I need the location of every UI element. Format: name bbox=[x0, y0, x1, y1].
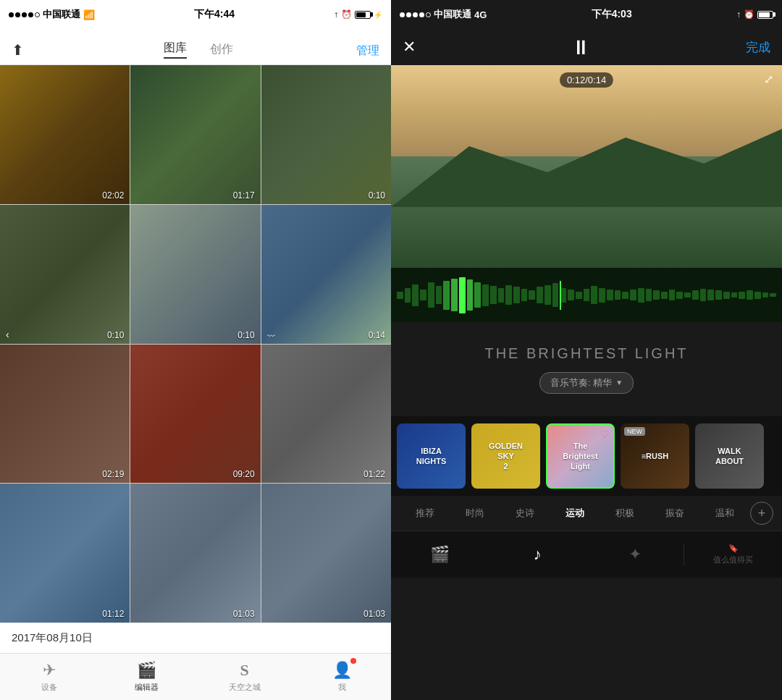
tab-manage[interactable]: 管理 bbox=[356, 43, 379, 59]
tab-editor-label: 编辑器 bbox=[135, 682, 159, 693]
rtab-effects[interactable]: ✦ bbox=[586, 545, 684, 564]
video-thumb-4[interactable]: ‹ 0:10 bbox=[0, 205, 130, 344]
watermark-icon: 🔖 bbox=[728, 544, 739, 553]
network-type: 4G bbox=[474, 9, 487, 20]
rhythm-label: 音乐节奏: 精华 bbox=[550, 376, 612, 389]
video-grid: 02:02 01:17 0:10 ‹ 0:10 0:10 0:14 〰 02:1… bbox=[0, 65, 391, 623]
left-panel: 中国联通 📶 下午4:44 ↑ ⏰ ⚡ ⬆ 图库 创作 管理 02:02 01:… bbox=[0, 0, 391, 700]
song-title: THE BRIGHTEST LIGHT bbox=[484, 345, 688, 362]
video-duration-8: 09:20 bbox=[233, 469, 255, 479]
video-preview: 0:12/0:14 ⤢ bbox=[391, 65, 782, 268]
pause-button[interactable]: ⏸ bbox=[571, 35, 591, 59]
video-thumb-10[interactable]: 01:12 bbox=[0, 484, 130, 623]
video-thumb-2[interactable]: 01:17 bbox=[130, 65, 260, 204]
carrier-right: 中国联通 bbox=[434, 8, 471, 21]
video-duration-10: 01:12 bbox=[102, 609, 124, 619]
heart-icon: ♡ bbox=[600, 429, 610, 440]
notification-badge bbox=[350, 658, 356, 664]
cat-epic[interactable]: 史诗 bbox=[500, 507, 550, 520]
video-duration-9: 01:22 bbox=[363, 469, 385, 479]
bottom-tab-bar-right: 🎬 ♪ ✦ 🔖 值么值得买 bbox=[391, 531, 782, 578]
video-duration-7: 02:19 bbox=[102, 469, 124, 479]
rtab-video[interactable]: 🎬 bbox=[391, 545, 489, 564]
back-icon[interactable]: ⬆ bbox=[12, 41, 41, 59]
add-category-button[interactable]: + bbox=[750, 502, 773, 525]
done-button[interactable]: 完成 bbox=[746, 39, 770, 56]
tab-device-label: 设备 bbox=[41, 682, 57, 693]
waveform-icon-6: 〰 bbox=[267, 332, 275, 340]
brightest-label: TheBrightestLight bbox=[558, 437, 602, 476]
cat-sports[interactable]: 运动 bbox=[550, 507, 600, 520]
watermark-section[interactable]: 🔖 值么值得买 bbox=[684, 544, 782, 565]
cat-fashion[interactable]: 时尚 bbox=[450, 507, 500, 520]
cat-inspiring[interactable]: 振奋 bbox=[650, 507, 700, 520]
music-card-brightest[interactable]: ♡ TheBrightestLight bbox=[546, 423, 615, 489]
close-button[interactable]: ✕ bbox=[403, 38, 416, 56]
video-duration-2: 01:17 bbox=[233, 190, 255, 201]
alarm-icon-right: ⏰ bbox=[744, 9, 754, 20]
video-duration-12: 01:03 bbox=[363, 609, 385, 619]
video-thumb-8[interactable]: 09:20 bbox=[130, 345, 260, 484]
cat-recommend[interactable]: 推荐 bbox=[400, 507, 450, 520]
battery-icon-right bbox=[757, 11, 773, 19]
wifi-icon: 📶 bbox=[83, 9, 95, 20]
video-thumb-9[interactable]: 01:22 bbox=[261, 345, 391, 484]
date-section: 2017年08月10日 bbox=[0, 623, 391, 653]
new-badge: NEW bbox=[624, 427, 645, 436]
tab-create[interactable]: 创作 bbox=[210, 42, 233, 57]
tab-sky-city[interactable]: S 天空之城 bbox=[196, 661, 293, 693]
tab-library[interactable]: 图库 bbox=[164, 41, 187, 59]
video-thumb-3[interactable]: 0:10 bbox=[261, 65, 391, 204]
rtab-music[interactable]: ♪ bbox=[489, 545, 586, 564]
tab-me-label: 我 bbox=[338, 682, 346, 693]
walk-label: WALKABOUT bbox=[711, 442, 748, 471]
watermark-label: 值么值得买 bbox=[713, 554, 753, 565]
carrier-left: 中国联通 bbox=[43, 8, 80, 21]
video-thumb-5[interactable]: 0:10 bbox=[130, 205, 260, 344]
cat-positive[interactable]: 积极 bbox=[600, 507, 650, 520]
me-icon: 👤 bbox=[332, 661, 352, 679]
music-card-golden[interactable]: GOLDENSKY2 bbox=[471, 423, 540, 489]
tab-device[interactable]: ✈ 设备 bbox=[0, 661, 98, 693]
time-right: 下午4:03 bbox=[592, 8, 632, 21]
song-info: THE BRIGHTEST LIGHT 音乐节奏: 精华 ▼ bbox=[391, 322, 782, 416]
music-card-ibiza[interactable]: IBIZANIGHTS bbox=[397, 423, 466, 489]
timeline-area[interactable] bbox=[391, 268, 782, 322]
left-status-info: 中国联通 📶 bbox=[9, 8, 95, 21]
rush-label: ≡RUSH bbox=[637, 447, 673, 465]
video-thumb-1[interactable]: 02:02 bbox=[0, 65, 130, 204]
music-card-rush[interactable]: NEW ≡RUSH bbox=[621, 423, 689, 489]
music-tab-icon: ♪ bbox=[534, 545, 542, 564]
music-categories: 推荐 时尚 史诗 运动 积极 振奋 温和 + bbox=[391, 496, 782, 531]
music-card-walk[interactable]: WALKABOUT bbox=[695, 423, 764, 489]
fullscreen-button[interactable]: ⤢ bbox=[764, 72, 773, 86]
tab-me[interactable]: 👤 我 bbox=[293, 661, 391, 693]
rhythm-button[interactable]: 音乐节奏: 精华 ▼ bbox=[539, 372, 634, 394]
right-status-left: 中国联通 4G bbox=[400, 8, 487, 21]
signal-dots bbox=[9, 12, 40, 17]
player-nav: ✕ ⏸ 完成 bbox=[391, 29, 782, 65]
location-icon: ↑ bbox=[334, 9, 338, 20]
video-duration-5: 0:10 bbox=[237, 330, 254, 340]
tab-editor[interactable]: 🎬 编辑器 bbox=[98, 661, 196, 693]
effects-tab-icon: ✦ bbox=[628, 545, 642, 564]
video-thumb-6[interactable]: 0:14 〰 bbox=[261, 205, 391, 344]
video-thumb-12[interactable]: 01:03 bbox=[261, 484, 391, 623]
device-icon: ✈ bbox=[43, 661, 56, 680]
music-carousel: IBIZANIGHTS GOLDENSKY2 ♡ TheBrightestLig… bbox=[391, 416, 782, 496]
top-nav: ⬆ 图库 创作 管理 bbox=[0, 29, 391, 65]
editor-icon: 🎬 bbox=[137, 661, 156, 680]
right-status-right: ↑ ⏰ bbox=[736, 9, 773, 20]
cat-mild[interactable]: 温和 bbox=[700, 507, 750, 520]
status-bar-right: 中国联通 4G 下午4:03 ↑ ⏰ bbox=[391, 0, 782, 29]
video-duration-4: 0:10 bbox=[107, 330, 124, 340]
video-thumb-7[interactable]: 02:19 bbox=[0, 345, 130, 484]
waveform bbox=[397, 277, 776, 313]
me-icon-wrapper: 👤 bbox=[332, 661, 352, 680]
video-thumb-11[interactable]: 01:03 bbox=[130, 484, 260, 623]
video-duration-6: 0:14 bbox=[369, 330, 385, 340]
arrow-icon-4: ‹ bbox=[6, 329, 9, 340]
time-left: 下午4:44 bbox=[194, 8, 235, 21]
date-label: 2017年08月10日 bbox=[12, 631, 93, 645]
video-tab-icon: 🎬 bbox=[430, 545, 450, 564]
